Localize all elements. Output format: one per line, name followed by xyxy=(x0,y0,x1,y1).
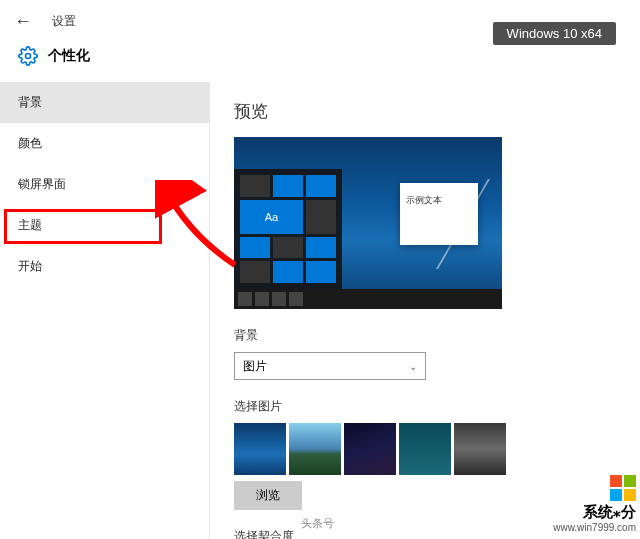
main-panel: 预览 Aa 示例文本 背景 图片 ⌄ 选择图片 xyxy=(210,82,640,539)
picture-thumb-2[interactable] xyxy=(289,423,341,475)
choose-picture-label: 选择图片 xyxy=(234,398,616,415)
watermark-url: www.win7999.com xyxy=(553,522,636,533)
picture-thumb-4[interactable] xyxy=(399,423,451,475)
browse-button[interactable]: 浏览 xyxy=(234,481,302,510)
preview-start-menu: Aa xyxy=(234,169,342,289)
picture-thumb-5[interactable] xyxy=(454,423,506,475)
picture-thumb-3[interactable] xyxy=(344,423,396,475)
ms-logo-icon xyxy=(610,475,636,501)
sidebar-item-background[interactable]: 背景 xyxy=(0,82,209,123)
sidebar-item-start[interactable]: 开始 xyxy=(0,246,209,287)
sidebar-item-themes[interactable]: 主题 xyxy=(0,205,209,246)
sidebar-item-lockscreen[interactable]: 锁屏界面 xyxy=(0,164,209,205)
svg-point-0 xyxy=(26,54,31,59)
watermark: 系统⁎分 www.win7999.com xyxy=(553,473,636,533)
os-badge: Windows 10 x64 xyxy=(493,22,616,45)
settings-label: 设置 xyxy=(52,13,76,30)
gear-icon xyxy=(18,46,38,66)
background-select[interactable]: 图片 ⌄ xyxy=(234,352,426,380)
title-row: 个性化 xyxy=(0,42,640,82)
author-badge: 头条号 xyxy=(295,514,340,533)
sidebar: 背景 颜色 锁屏界面 主题 开始 xyxy=(0,82,210,539)
desktop-preview: Aa 示例文本 xyxy=(234,137,502,309)
preview-sample-window: 示例文本 xyxy=(400,183,478,245)
watermark-title: 系统⁎分 xyxy=(553,503,636,522)
picture-thumbs xyxy=(234,423,616,475)
preview-title: 预览 xyxy=(234,100,616,123)
picture-thumb-1[interactable] xyxy=(234,423,286,475)
background-label: 背景 xyxy=(234,327,616,344)
page-title: 个性化 xyxy=(48,47,90,65)
preview-aa-tile: Aa xyxy=(240,200,303,234)
back-arrow-icon[interactable]: ← xyxy=(14,11,32,32)
chevron-down-icon: ⌄ xyxy=(409,361,417,372)
sidebar-item-colors[interactable]: 颜色 xyxy=(0,123,209,164)
preview-taskbar xyxy=(234,289,502,309)
